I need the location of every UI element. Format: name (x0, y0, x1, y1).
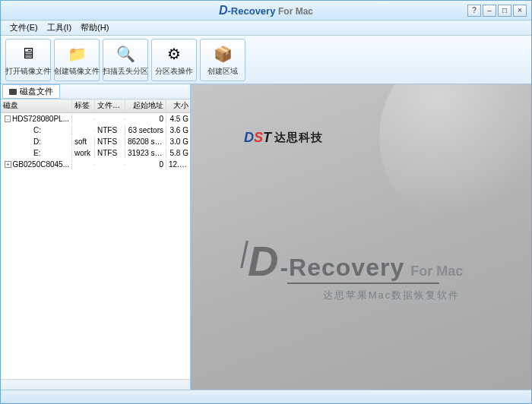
body: 磁盘文件 磁盘 标签 文件类型 起始地址 大小 -HDS728080PL...0… (1, 84, 531, 390)
cell-size: 3.6 G (166, 125, 190, 135)
disk-name: E: (33, 149, 40, 157)
col-tag[interactable]: 标签 (72, 99, 95, 112)
toolbar: 🖥打开镜像文件📁创建镜像文件🔍扫描丢失分区⚙分区表操作📦创建区域 (1, 36, 531, 84)
grid-body[interactable]: -HDS728080PL...04.5 GC:NTFS63 sectors3.6… (1, 113, 190, 379)
cell-size: 5.8 G (166, 148, 190, 158)
disk-name: D: (33, 137, 41, 146)
cell-fs: NTFS (95, 137, 125, 147)
tab-disk-files[interactable]: 磁盘文件 (2, 84, 60, 99)
cell-size: 4.5 G (166, 114, 190, 124)
partition-ops-button[interactable]: ⚙分区表操作 (151, 39, 197, 81)
grid-header: 磁盘 标签 文件类型 起始地址 大小 (1, 99, 190, 113)
partition-ops-label: 分区表操作 (155, 66, 193, 77)
tree-toggle[interactable]: + (5, 161, 11, 168)
cell-tag (72, 130, 95, 131)
col-size[interactable]: 大小 (166, 99, 191, 112)
dst-s: S (254, 130, 263, 145)
disk-icon (9, 89, 17, 95)
scan-lost-label: 扫描丢失分区 (103, 66, 148, 77)
disk-name-cell: -HDS728080PL... (1, 114, 72, 124)
partition-ops-icon: ⚙ (162, 43, 186, 65)
product-underline (287, 282, 439, 284)
create-region-label: 创建区域 (207, 66, 238, 77)
cell-fs (95, 164, 125, 166)
product-logo: D -Recovery For Mac 达思苹果Mac数据恢复软件 (248, 236, 463, 302)
help-button[interactable]: ? (467, 5, 481, 17)
maximize-button[interactable]: □ (498, 5, 511, 17)
cell-start: 0 (125, 114, 166, 124)
create-region-icon: 📦 (211, 43, 235, 65)
open-image-icon: 🖥 (16, 43, 40, 65)
title-brand-d: D (219, 4, 228, 17)
title-suffix: For Mac (278, 6, 313, 17)
product-big-d: D (248, 236, 278, 286)
table-row[interactable]: D:softNTFS86208 sect3.0 G (1, 136, 190, 147)
open-image-label: 打开镜像文件 (5, 66, 51, 77)
disk-name-cell: C: (1, 125, 72, 135)
cell-start: 86208 sect (125, 137, 166, 147)
app-window: D-Recovery For Mac ? – □ × 文件(E) 工具(I) 帮… (0, 0, 532, 404)
create-image-label: 创建镜像文件 (54, 66, 100, 77)
table-row[interactable]: +GB0250C8045...012.9 G (1, 159, 190, 170)
menubar: 文件(E) 工具(I) 帮助(H) (1, 21, 531, 36)
cell-tag (72, 164, 95, 166)
left-pane-footer (1, 379, 190, 390)
col-fs[interactable]: 文件类型 (95, 99, 125, 112)
product-recovery: -Recovery (280, 254, 404, 282)
disk-name: GB0250C8045... (13, 160, 70, 169)
tab-label: 磁盘文件 (20, 86, 53, 97)
cell-size: 3.0 G (166, 137, 190, 147)
open-image-button[interactable]: 🖥打开镜像文件 (5, 39, 51, 81)
table-row[interactable]: -HDS728080PL...04.5 G (1, 113, 190, 125)
dst-d: D (244, 130, 254, 145)
create-image-button[interactable]: 📁创建镜像文件 (54, 39, 100, 81)
statusbar (1, 390, 531, 403)
cell-tag (72, 118, 95, 120)
left-pane: 磁盘文件 磁盘 标签 文件类型 起始地址 大小 -HDS728080PL...0… (1, 84, 191, 390)
cell-start: 0 (125, 159, 166, 169)
table-row[interactable]: E:workNTFS31923 sect5.8 G (1, 147, 190, 159)
cell-tag: work (72, 148, 95, 158)
product-subtitle: 达思苹果Mac数据恢复软件 (248, 289, 460, 302)
title-name: -Recovery (228, 5, 276, 17)
disk-name-cell: +GB0250C8045... (1, 159, 72, 169)
col-start[interactable]: 起始地址 (125, 99, 166, 112)
cell-start: 31923 sect (125, 148, 166, 158)
cell-tag: soft (72, 137, 95, 147)
cell-start: 63 sectors (125, 125, 166, 135)
brand-logo: DST 达思科技 (244, 130, 323, 146)
table-row[interactable]: C:NTFS63 sectors3.6 G (1, 125, 190, 136)
disk-name-cell: E: (1, 148, 72, 158)
product-formac: For Mac (410, 264, 463, 279)
disk-name: HDS728080PL... (12, 115, 69, 123)
background-swirl (379, 84, 531, 236)
brand-cn: 达思科技 (274, 131, 323, 145)
window-controls: ? – □ × (467, 5, 531, 17)
dst-t: T (263, 130, 271, 145)
cell-fs: NTFS (95, 148, 125, 158)
close-button[interactable]: × (513, 5, 527, 17)
create-image-icon: 📁 (65, 43, 89, 65)
cell-size: 12.9 G (166, 159, 190, 169)
app-title: D-Recovery For Mac (1, 4, 531, 17)
cell-fs (95, 118, 125, 120)
scan-lost-button[interactable]: 🔍扫描丢失分区 (103, 39, 148, 81)
cell-fs: NTFS (95, 125, 125, 135)
left-tab-header: 磁盘文件 (1, 84, 190, 99)
tree-toggle[interactable]: - (5, 115, 11, 122)
disk-name-cell: D: (1, 137, 72, 147)
menu-help[interactable]: 帮助(H) (76, 22, 113, 33)
right-pane: DST 达思科技 D -Recovery For Mac 达思苹果Mac数据恢复… (191, 84, 531, 390)
menu-tools[interactable]: 工具(I) (43, 22, 76, 33)
minimize-button[interactable]: – (483, 5, 496, 17)
scan-lost-icon: 🔍 (113, 43, 138, 65)
col-disk[interactable]: 磁盘 (1, 99, 72, 112)
titlebar: D-Recovery For Mac ? – □ × (1, 1, 531, 21)
menu-file[interactable]: 文件(E) (5, 22, 43, 33)
create-region-button[interactable]: 📦创建区域 (200, 39, 245, 81)
dst-logo: DST (244, 130, 271, 146)
disk-name: C: (33, 126, 41, 134)
